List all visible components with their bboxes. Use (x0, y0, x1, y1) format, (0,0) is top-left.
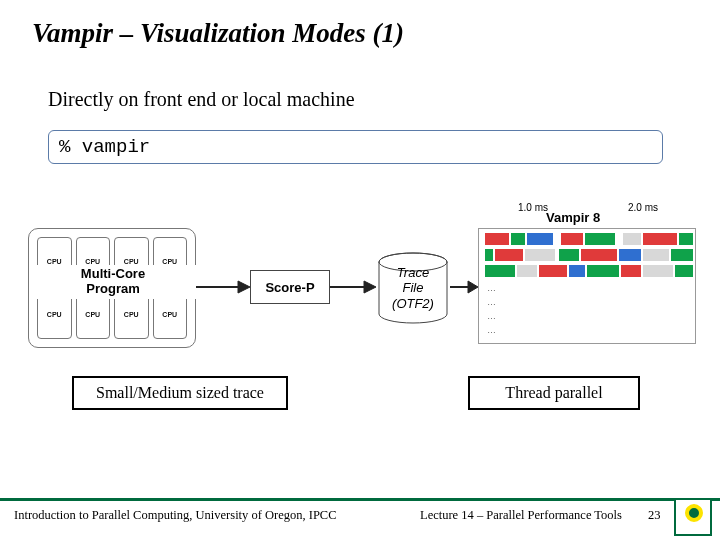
vampir8-panel: Vampir 8 … … … … (478, 210, 698, 344)
timeline-segment (621, 265, 641, 277)
timeline-segment (671, 249, 693, 261)
footer-mid: Lecture 14 – Parallel Performance Tools (420, 508, 622, 523)
slide-subtitle: Directly on front end or local machine (48, 88, 355, 111)
timeline-segment (643, 249, 669, 261)
timeline-row (483, 249, 691, 261)
arrow-icon (196, 278, 250, 296)
small-trace-box: Small/Medium sized trace (72, 376, 288, 410)
ellipsis: … (487, 283, 496, 293)
svg-marker-7 (468, 281, 478, 293)
vampir8-label: Vampir 8 (546, 210, 600, 225)
timeline-segment (485, 233, 509, 245)
slide-title: Vampir – Visualization Modes (1) (32, 18, 404, 49)
timeline-segment (559, 249, 579, 261)
timeline-segment (581, 249, 617, 261)
timeline-segment (485, 265, 515, 277)
timeline-segment (511, 233, 525, 245)
page-number: 23 (648, 508, 661, 523)
trace-l3: (OTF2) (392, 296, 434, 312)
timeline-segment (623, 233, 641, 245)
scorep-box: Score-P (250, 270, 330, 304)
timeline-segment (527, 233, 553, 245)
svg-marker-1 (238, 281, 250, 293)
small-trace-label: Small/Medium sized trace (96, 384, 264, 402)
timeline-segment (585, 233, 615, 245)
timeline-segment (561, 233, 583, 245)
arrow-icon (450, 278, 478, 296)
arrow-icon (330, 278, 376, 296)
thread-parallel-label: Thread parallel (505, 384, 602, 402)
timeline-row (483, 265, 691, 277)
uoregon-logo (674, 498, 712, 536)
timeline-segment (587, 265, 619, 277)
multicore-label: Multi-Core Program (29, 265, 197, 299)
scorep-label: Score-P (265, 280, 314, 295)
timeline-box: … … … … (478, 228, 696, 344)
multicore-label-l2: Program (29, 282, 197, 297)
timeline-segment (643, 265, 673, 277)
ellipsis: … (487, 325, 496, 335)
trace-l2: File (392, 280, 434, 296)
footer-divider (0, 498, 720, 501)
trace-l1: Trace (392, 265, 434, 281)
multicore-panel: CPU CPU CPU CPU CPU CPU CPU CPU Multi-Co… (28, 228, 196, 348)
svg-marker-3 (364, 281, 376, 293)
timeline-segment (525, 249, 555, 261)
timeline-segment (485, 249, 493, 261)
ellipsis: … (487, 297, 496, 307)
diagram-area: CPU CPU CPU CPU CPU CPU CPU CPU Multi-Co… (18, 228, 698, 388)
timeline-segment (569, 265, 585, 277)
ellipsis: … (487, 311, 496, 321)
timeline-row (483, 233, 691, 245)
timeline-segment (517, 265, 537, 277)
timeline-segment (539, 265, 567, 277)
command-text: % vampir (59, 136, 150, 158)
timeline-segment (679, 233, 693, 245)
timeline-segment (495, 249, 523, 261)
footer-left: Introduction to Parallel Computing, Univ… (14, 508, 337, 523)
timeline-segment (619, 249, 641, 261)
timeline-segment (643, 233, 677, 245)
timeline-segment (675, 265, 693, 277)
command-box: % vampir (48, 130, 663, 164)
trace-file-icon: Trace File (OTF2) (376, 252, 450, 324)
multicore-label-l1: Multi-Core (29, 267, 197, 282)
thread-parallel-box: Thread parallel (468, 376, 640, 410)
